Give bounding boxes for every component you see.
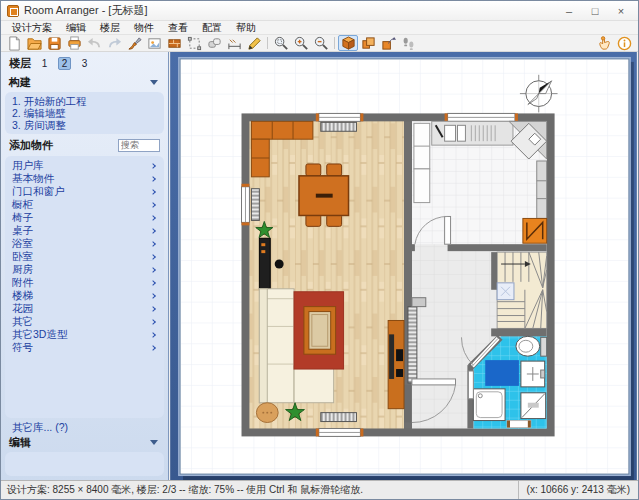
speaker[interactable] [275, 260, 284, 269]
add-objects-label: 添加物件 [9, 138, 53, 153]
redo-icon[interactable] [104, 35, 124, 51]
kitchen-wall-counter[interactable] [537, 161, 547, 218]
texture-icon[interactable] [164, 35, 184, 51]
category-item[interactable]: 厨房 [12, 263, 157, 276]
paint-brush-icon[interactable] [124, 35, 144, 51]
new-file-icon[interactable] [4, 35, 24, 51]
chevron-right-icon [150, 319, 156, 325]
print-icon[interactable] [64, 35, 84, 51]
menu-item[interactable]: 设计方案 [5, 21, 59, 35]
category-item[interactable]: 桌子 [12, 224, 157, 237]
view-3d-icon[interactable] [338, 35, 358, 51]
category-item[interactable]: 浴室 [12, 237, 157, 250]
radiator [408, 307, 417, 383]
measure-icon[interactable] [224, 35, 244, 51]
coffee-table[interactable] [304, 307, 336, 355]
chevron-right-icon [150, 202, 156, 208]
save-icon[interactable] [44, 35, 64, 51]
category-label: 门口和窗户 [12, 185, 65, 199]
build-step-link[interactable]: 1. 开始新的工程 [12, 95, 157, 107]
zoom-selection-icon[interactable] [271, 35, 291, 51]
category-item[interactable]: 符号 [12, 341, 157, 354]
fridge-cabinet[interactable] [414, 123, 430, 202]
category-item[interactable]: 其它 [12, 315, 157, 328]
category-label: 橱柜 [12, 198, 33, 212]
floor-plan[interactable] [242, 113, 555, 436]
floor-tab-3[interactable]: 3 [78, 57, 91, 70]
menu-item[interactable]: 编辑 [59, 21, 93, 35]
floor-tab-1[interactable]: 1 [38, 57, 51, 70]
category-item[interactable]: 用户库 [12, 159, 157, 172]
bath-mat[interactable] [507, 421, 531, 428]
chevron-right-icon [150, 189, 156, 195]
category-item[interactable]: 卧室 [12, 250, 157, 263]
build-step-link[interactable]: 3. 房间调整 [12, 119, 157, 131]
build-section-header[interactable]: 构建 [5, 75, 164, 90]
kitchen-cabinet-orange[interactable] [523, 218, 547, 243]
bathroom-sink[interactable] [521, 361, 545, 387]
menu-item[interactable]: 物件 [127, 21, 161, 35]
chevron-right-icon [150, 176, 156, 182]
info-icon[interactable] [614, 36, 634, 52]
menu-item[interactable]: 楼层 [93, 21, 127, 35]
floor-tab-2[interactable]: 2 [58, 57, 71, 70]
zoom-out-icon[interactable] [311, 35, 331, 51]
walkthrough-icon[interactable] [398, 35, 418, 51]
shower[interactable] [473, 389, 505, 421]
edit-section-header[interactable]: 编辑 [5, 435, 164, 450]
search-input[interactable] [118, 139, 160, 152]
chevron-right-icon [150, 254, 156, 260]
category-item[interactable]: 楼梯 [12, 289, 157, 302]
zoom-in-icon[interactable] [291, 35, 311, 51]
titlebar: Room Arranger - [无标题] – □ × [1, 1, 638, 21]
toilet[interactable] [516, 336, 547, 356]
category-item[interactable]: 基本物件 [12, 172, 157, 185]
menubar: 设计方案编辑楼层物件查看配置帮助 [1, 21, 638, 35]
kitchen-counter[interactable] [432, 121, 513, 145]
close-button[interactable]: × [608, 2, 634, 20]
build-step-link[interactable]: 2. 编辑墙壁 [12, 107, 157, 119]
statusbar: 设计方案: 8255 × 8400 毫米, 楼层: 2/3 -- 缩放: 75%… [1, 480, 638, 499]
floor-plan-canvas[interactable] [169, 52, 638, 480]
open-icon[interactable] [24, 35, 44, 51]
background-image-icon[interactable] [144, 35, 164, 51]
view-objects-3d-icon[interactable] [358, 35, 378, 51]
collapse-arrow-icon[interactable] [150, 80, 158, 85]
side-table[interactable] [256, 403, 278, 423]
category-item[interactable]: 椅子 [12, 211, 157, 224]
toolbar-separator [267, 37, 268, 49]
menu-item[interactable]: 帮助 [229, 21, 263, 35]
tv-cabinet[interactable] [388, 320, 404, 408]
minimize-button[interactable]: – [556, 2, 582, 20]
hand-cursor-icon[interactable] [594, 36, 614, 52]
window [242, 184, 250, 226]
washing-machine[interactable] [521, 393, 546, 419]
category-label: 卧室 [12, 250, 33, 264]
radiator [251, 189, 259, 221]
move-objects-icon[interactable] [204, 35, 224, 51]
canvas-area[interactable] [169, 52, 638, 480]
category-item[interactable]: 其它3D造型 [12, 328, 157, 341]
bath-rug[interactable] [485, 360, 519, 386]
status-text: 设计方案: 8255 × 8400 毫米, 楼层: 2/3 -- 缩放: 75%… [1, 483, 518, 497]
export-3d-icon[interactable] [378, 35, 398, 51]
transform-selection-icon[interactable] [184, 35, 204, 51]
maximize-button[interactable]: □ [582, 2, 608, 20]
collapse-arrow-icon[interactable] [150, 440, 158, 445]
undo-icon[interactable] [84, 35, 104, 51]
category-label: 基本物件 [12, 172, 54, 186]
dining-chair [306, 214, 321, 226]
category-item[interactable]: 附件 [12, 276, 157, 289]
category-item[interactable]: 橱柜 [12, 198, 157, 211]
menu-item[interactable]: 配置 [195, 21, 229, 35]
category-item[interactable]: 门口和窗户 [12, 185, 157, 198]
menu-item[interactable]: 查看 [161, 21, 195, 35]
shoe-cabinet[interactable] [412, 298, 426, 307]
towel-radiator[interactable] [468, 371, 473, 399]
edit-panel [5, 452, 164, 476]
build-panel: 1. 开始新的工程2. 编辑墙壁3. 房间调整 [5, 92, 164, 134]
chevron-right-icon [150, 332, 156, 338]
draw-pencil-icon[interactable] [244, 35, 264, 51]
more-libraries-link[interactable]: 其它库... (?) [5, 420, 164, 434]
category-item[interactable]: 花园 [12, 302, 157, 315]
